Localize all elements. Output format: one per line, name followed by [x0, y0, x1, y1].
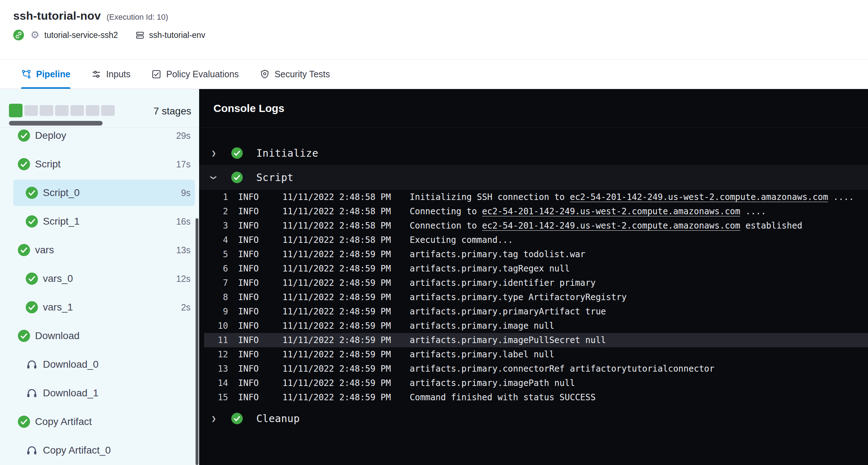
- chevron-right-icon: [211, 415, 222, 423]
- log-timestamp: 11/11/2022 2:48:59 PM: [282, 392, 410, 402]
- sidebar-scrollbar[interactable]: [196, 218, 198, 465]
- stage-row-copy-artifact[interactable]: Copy Artifact: [0, 407, 199, 436]
- stage-row-download-1[interactable]: Download_1: [0, 379, 199, 407]
- stage-label: Download_0: [43, 359, 99, 370]
- chevron-down-icon: [211, 173, 222, 182]
- log-message: artifacts.primary.tag todolist.war: [410, 249, 868, 259]
- stage-row-copy-artifact-0[interactable]: Copy Artifact_0: [0, 436, 199, 465]
- log-message-text: artifacts.primary.imagePullSecret null: [410, 335, 606, 345]
- stage-row-script-0[interactable]: Script_0 9s: [0, 178, 199, 207]
- stage-row-vars[interactable]: vars 13s: [0, 236, 199, 264]
- stage-progress-segments: [9, 103, 115, 118]
- log-timestamp: 11/11/2022 2:48:59 PM: [282, 378, 410, 388]
- stage-row-vars-0[interactable]: vars_0 12s: [0, 264, 199, 293]
- success-check-icon: [231, 147, 243, 159]
- log-message: artifacts.primary.label null: [410, 349, 868, 359]
- execution-id: (Execution Id: 10): [107, 13, 168, 22]
- stage-row-download-0[interactable]: Download_0: [0, 350, 199, 379]
- log-message-text: artifacts.primary.imagePath null: [410, 378, 575, 388]
- log-timestamp: 11/11/2022 2:48:59 PM: [282, 292, 410, 302]
- log-line-number: 7: [204, 278, 228, 288]
- log-section-cleanup[interactable]: Cleanup: [199, 407, 868, 430]
- stage-row-deploy[interactable]: Deploy 29s: [0, 128, 199, 150]
- log-line: 11 INFO 11/11/2022 2:48:59 PM artifacts.…: [204, 333, 868, 347]
- log-message-text: Command finished with status SUCCESS: [410, 392, 596, 402]
- stage-label: Script_0: [43, 187, 80, 199]
- log-line-number: 5: [204, 249, 228, 259]
- tab-label: Pipeline: [36, 69, 70, 79]
- log-line-number: 13: [204, 364, 228, 374]
- stage-row-vars-1[interactable]: vars_1 2s: [0, 293, 199, 322]
- log-lines: 1 INFO 11/11/2022 2:48:58 PM Initializin…: [204, 190, 868, 405]
- success-check-icon: [18, 416, 30, 428]
- service-name[interactable]: tutorial-service-ssh2: [44, 30, 118, 40]
- command-step-icon: [26, 387, 38, 399]
- log-level: INFO: [238, 307, 282, 317]
- log-message: artifacts.primary.image null: [410, 321, 868, 331]
- log-message: Command finished with status SUCCESS: [410, 392, 868, 402]
- log-timestamp: 11/11/2022 2:48:59 PM: [282, 364, 410, 374]
- command-step-icon: [26, 444, 38, 456]
- log-line: 7 INFO 11/11/2022 2:48:59 PM artifacts.p…: [204, 276, 868, 290]
- log-line-number: 4: [204, 235, 228, 245]
- stage-row-script[interactable]: Script 17s: [0, 150, 199, 178]
- stage-label: vars: [35, 244, 54, 256]
- log-timestamp: 11/11/2022 2:48:58 PM: [282, 235, 410, 245]
- tab-policy-evaluations[interactable]: Policy Evaluations: [151, 60, 239, 89]
- stage-progress-segment-pending: [55, 105, 69, 116]
- log-message: artifacts.primary.tagRegex null: [410, 264, 868, 274]
- log-line: 9 INFO 11/11/2022 2:48:59 PM artifacts.p…: [204, 304, 868, 319]
- log-message-text: artifacts.primary.type ArtifactoryRegist…: [410, 292, 627, 302]
- log-message-text: artifacts.primary.tagRegex null: [410, 264, 570, 274]
- stage-graph-scrollbar[interactable]: [9, 121, 103, 126]
- pipeline-icon: [21, 69, 31, 79]
- stage-progress-segment-pending: [101, 105, 115, 116]
- log-line: 5 INFO 11/11/2022 2:48:59 PM artifacts.p…: [204, 247, 868, 261]
- stage-progress-segment-done: [9, 104, 23, 117]
- success-check-icon: [26, 301, 38, 313]
- log-timestamp: 11/11/2022 2:48:58 PM: [282, 206, 410, 216]
- log-message: artifacts.primary.imagePullSecret null: [410, 335, 868, 345]
- success-check-icon: [231, 172, 243, 183]
- console-title: Console Logs: [213, 102, 284, 114]
- stage-row-download[interactable]: Download: [0, 322, 199, 350]
- log-section-initialize[interactable]: Initialize: [199, 141, 868, 165]
- log-timestamp: 11/11/2022 2:48:59 PM: [282, 307, 410, 317]
- log-message-text: Executing command...: [410, 235, 513, 245]
- tab-pipeline[interactable]: Pipeline: [21, 60, 70, 89]
- log-level: INFO: [238, 278, 282, 288]
- environment-name[interactable]: ssh-tutorial-env: [149, 30, 205, 40]
- execution-content: 7 stages Deploy 29s Script 17s Script_0 …: [0, 89, 868, 465]
- stage-list: Deploy 29s Script 17s Script_0 9s Script…: [0, 128, 199, 465]
- log-host-link[interactable]: ec2-54-201-142-249.us-west-2.compute.ama…: [482, 206, 740, 216]
- log-timestamp: 11/11/2022 2:48:59 PM: [282, 321, 410, 331]
- log-message: artifacts.primary.identifier primary: [410, 278, 868, 288]
- log-level: INFO: [238, 392, 282, 402]
- stage-duration: 12s: [176, 274, 191, 284]
- log-message-text: Connection to: [410, 221, 482, 231]
- log-timestamp: 11/11/2022 2:48:59 PM: [282, 335, 410, 345]
- log-line-number: 10: [204, 321, 228, 331]
- log-host-link[interactable]: ec2-54-201-142-249.us-west-2.compute.ama…: [570, 192, 828, 202]
- stages-sidebar: 7 stages Deploy 29s Script 17s Script_0 …: [0, 89, 199, 465]
- log-line: 13 INFO 11/11/2022 2:48:59 PM artifacts.…: [204, 362, 868, 376]
- log-level: INFO: [238, 249, 282, 259]
- log-level: INFO: [238, 364, 282, 374]
- stage-label: Copy Artifact_0: [43, 445, 111, 456]
- log-message-text: artifacts.primary.primaryArtifact true: [410, 307, 606, 317]
- log-line-number: 14: [204, 378, 228, 388]
- tab-inputs[interactable]: Inputs: [91, 60, 130, 89]
- stage-row-script-1[interactable]: Script_1 16s: [0, 207, 199, 236]
- log-host-link[interactable]: ec2-54-201-142-249.us-west-2.compute.ama…: [482, 221, 740, 231]
- log-line-number: 2: [204, 206, 228, 216]
- success-check-icon: [26, 215, 38, 227]
- log-section-script[interactable]: Script: [199, 165, 868, 190]
- log-message-suffix: ....: [740, 206, 766, 216]
- log-level: INFO: [238, 321, 282, 331]
- success-check-icon: [18, 129, 30, 142]
- log-message-text: artifacts.primary.label null: [410, 349, 554, 359]
- gear-icon[interactable]: ⚙: [30, 30, 39, 40]
- log-line: 10 INFO 11/11/2022 2:48:59 PM artifacts.…: [204, 319, 868, 333]
- tab-security-tests[interactable]: Security Tests: [260, 60, 330, 89]
- success-check-icon: [18, 244, 30, 256]
